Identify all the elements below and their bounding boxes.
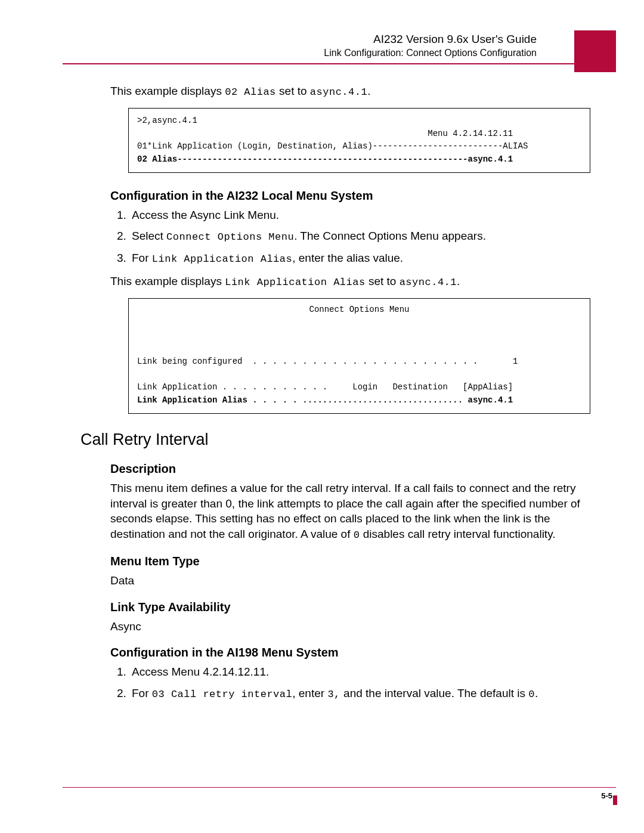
steps-list-ai232: Access the Async Link Menu. Select Conne…: [110, 208, 590, 267]
code-text: 3,: [327, 689, 340, 700]
code-text: 03 Call retry interval: [152, 689, 292, 700]
footer-color-block: [613, 795, 617, 805]
code-text: Connect Options Menu: [166, 231, 294, 243]
page-header: AI232 Version 9.6x User's Guide Link Con…: [63, 33, 590, 58]
code-line: Link being configured . . . . . . . . . …: [137, 357, 518, 366]
intro-example-text: This example displays 02 Alias set to as…: [110, 83, 590, 100]
example-text-2: This example displays Link Application A…: [110, 274, 590, 290]
text: , enter: [292, 687, 327, 699]
menu-item-type-value: Data: [110, 573, 590, 589]
code-text: async.4.1: [310, 86, 367, 98]
header-title: AI232 Version 9.6x User's Guide: [63, 33, 590, 46]
steps-list-ai198: Access Menu 4.2.14.12.11. For 03 Call re…: [110, 664, 590, 702]
content-area: This example displays 02 Alias set to as…: [63, 64, 590, 702]
brand-color-block: [574, 30, 616, 72]
text: This example displays: [110, 85, 225, 97]
code-line: Menu 4.2.14.12.11: [137, 129, 513, 138]
code-line: >2,async.4.1: [137, 116, 197, 125]
code-line-bold: Link Application Alias . . . . . .......…: [137, 395, 513, 405]
text: For: [132, 252, 152, 264]
step-item: Access Menu 4.2.14.12.11.: [129, 664, 590, 680]
description-body: This menu item defines a value for the c…: [110, 481, 590, 543]
text: , enter the alias value.: [292, 252, 403, 264]
text: Access Menu 4.2.14.12.11.: [132, 665, 269, 678]
heading-description: Description: [110, 461, 590, 477]
heading-config-ai232: Configuration in the AI232 Local Menu Sy…: [110, 188, 590, 204]
text: .: [457, 275, 460, 287]
page-footer: 5-5: [63, 787, 616, 800]
header-subtitle: Link Configuration: Connect Options Conf…: [63, 48, 590, 58]
text: .: [535, 687, 538, 699]
text: set to: [276, 85, 310, 97]
page-container: AI232 Version 9.6x User's Guide Link Con…: [0, 0, 644, 833]
code-text: Link Application Alias: [225, 277, 365, 288]
code-title: Connect Options Menu: [137, 304, 581, 317]
step-item: For 03 Call retry interval, enter 3, and…: [129, 686, 590, 702]
heading-menu-item-type: Menu Item Type: [110, 553, 590, 569]
heading-config-ai198: Configuration in the AI198 Menu System: [110, 645, 590, 661]
page-number: 5-5: [63, 791, 616, 800]
link-type-availability-value: Async: [110, 619, 590, 634]
step-item: Access the Async Link Menu.: [129, 208, 590, 223]
text: For: [132, 687, 152, 699]
code-text: async.4.1: [400, 277, 457, 288]
text: . The Connect Options Menu appears.: [294, 230, 486, 242]
code-block-1: >2,async.4.1 Menu 4.2.14.12.11 01*Link A…: [128, 108, 590, 173]
text: This example displays: [110, 275, 225, 287]
code-text: Link Application Alias: [152, 253, 292, 265]
text: disables call retry interval functionali…: [360, 528, 555, 540]
footer-rule: [63, 787, 616, 788]
text: and the interval value. The default is: [340, 687, 528, 699]
code-line: 01*Link Application (Login, Destination,…: [137, 141, 528, 151]
code-line-bold: 02 Alias--------------------------------…: [137, 154, 513, 164]
heading-call-retry: Call Retry Interval: [80, 429, 590, 450]
step-item: Select Connect Options Menu. The Connect…: [129, 228, 590, 244]
text: .: [367, 85, 370, 97]
code-line: Link Application . . . . . . . . . . . L…: [137, 382, 513, 392]
code-text: 02 Alias: [225, 86, 276, 98]
code-block-2: Connect Options Menu Link being configur…: [128, 298, 590, 414]
heading-link-type-availability: Link Type Availability: [110, 599, 590, 615]
code-text: 0: [528, 689, 535, 700]
text: Select: [132, 230, 166, 242]
code-text: 0: [354, 529, 360, 541]
text: set to: [366, 275, 400, 287]
text: Access the Async Link Menu.: [132, 209, 279, 221]
step-item: For Link Application Alias, enter the al…: [129, 250, 590, 267]
